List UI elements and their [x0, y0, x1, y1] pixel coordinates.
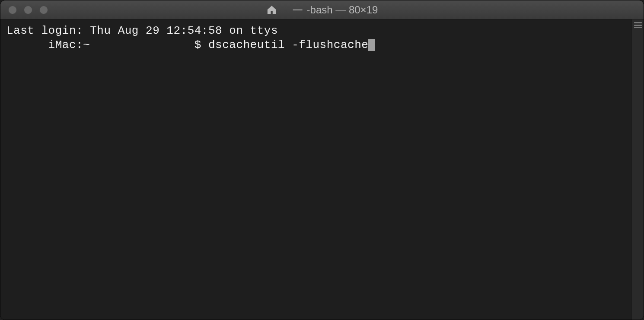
- svg-rect-0: [272, 7, 274, 9]
- prompt-line: iMac:~ $ dscacheutil -flushcache: [6, 38, 625, 52]
- titlebar[interactable]: -bash — 80×19: [0, 0, 644, 19]
- scrollbar[interactable]: [631, 19, 644, 320]
- prompt-text: iMac:~ $ dscacheutil -flushcache: [6, 38, 368, 51]
- zoom-button[interactable]: [39, 6, 48, 14]
- home-icon: [266, 4, 277, 16]
- window-title-text: -bash — 80×19: [307, 4, 378, 16]
- terminal-window: -bash — 80×19 Last login: Thu Aug 29 12:…: [0, 0, 644, 320]
- traffic-lights: [8, 6, 48, 14]
- terminal-content[interactable]: Last login: Thu Aug 29 12:54:58 on ttys …: [0, 19, 631, 320]
- close-button[interactable]: [8, 6, 17, 14]
- dash-icon: [293, 10, 303, 10]
- terminal-body: Last login: Thu Aug 29 12:54:58 on ttys …: [0, 19, 644, 320]
- window-title: -bash — 80×19: [293, 4, 378, 16]
- window-title-area: -bash — 80×19: [266, 4, 378, 16]
- scrollbar-indicator-icon: [634, 22, 642, 28]
- cursor: [368, 39, 375, 51]
- minimize-button[interactable]: [24, 6, 32, 14]
- last-login-line: Last login: Thu Aug 29 12:54:58 on ttys: [6, 24, 625, 38]
